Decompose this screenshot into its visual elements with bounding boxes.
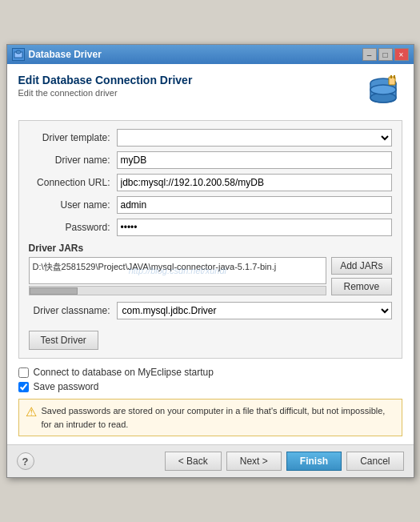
save-password-label: Save password xyxy=(34,381,99,392)
driver-template-label: Driver template: xyxy=(29,132,117,143)
finish-button[interactable]: Finish xyxy=(286,452,342,471)
page-title: Edit Database Connection Driver xyxy=(18,74,193,86)
user-name-input[interactable] xyxy=(117,196,392,214)
driver-name-input[interactable] xyxy=(117,151,392,169)
minimize-button[interactable]: – xyxy=(362,48,377,61)
header-section: Edit Database Connection Driver Edit the… xyxy=(18,74,402,112)
svg-rect-7 xyxy=(394,75,395,78)
help-button[interactable]: ? xyxy=(17,452,34,470)
connection-url-label: Connection URL: xyxy=(29,177,117,188)
classname-select[interactable]: com.mysql.jdbc.Driver xyxy=(117,302,392,319)
svg-point-4 xyxy=(370,85,396,94)
connect-startup-label: Connect to database on MyEclipse startup xyxy=(34,367,214,378)
test-driver-button[interactable]: Test Driver xyxy=(29,331,98,350)
warning-box: ⚠ Saved passwords are stored on your com… xyxy=(18,399,402,436)
svg-point-1 xyxy=(16,50,21,54)
form-section: Driver template: Driver name: Connection… xyxy=(18,120,402,359)
jars-scrollbar-thumb xyxy=(30,287,78,295)
connect-startup-checkbox[interactable] xyxy=(18,367,29,378)
window-title: Database Driver xyxy=(29,49,102,60)
save-password-checkbox[interactable] xyxy=(18,382,29,392)
jars-list-wrapper: D:\快盘2581529\Project\JAVA\mysql-connecto… xyxy=(29,257,327,295)
classname-label: Driver classname: xyxy=(29,305,117,316)
jars-container: D:\快盘2581529\Project\JAVA\mysql-connecto… xyxy=(29,257,392,295)
connection-url-row: Connection URL: xyxy=(29,174,392,191)
bottom-right: < Back Next > Finish Cancel xyxy=(165,452,404,471)
titlebar-left: Database Driver xyxy=(12,48,102,61)
user-name-row: User name: xyxy=(29,196,392,214)
jars-label: Driver JARs xyxy=(29,243,392,254)
user-name-label: User name: xyxy=(29,199,117,211)
page-subtitle: Edit the connection driver xyxy=(18,88,193,98)
cancel-button[interactable]: Cancel xyxy=(346,452,403,471)
svg-rect-6 xyxy=(390,75,392,78)
options-section: Connect to database on MyEclipse startup… xyxy=(18,367,402,436)
header-text: Edit Database Connection Driver Edit the… xyxy=(18,74,193,98)
driver-name-row: Driver name: xyxy=(29,151,392,169)
connect-startup-row: Connect to database on MyEclipse startup xyxy=(18,367,402,378)
next-button[interactable]: Next > xyxy=(226,452,282,471)
database-icon xyxy=(364,74,402,112)
driver-template-select[interactable] xyxy=(117,129,392,147)
jars-buttons: Add JARs Remove xyxy=(331,257,391,295)
back-button[interactable]: < Back xyxy=(165,452,222,471)
password-input[interactable] xyxy=(117,219,392,236)
titlebar-buttons: – □ × xyxy=(362,48,409,61)
save-password-row: Save password xyxy=(18,381,402,392)
password-label: Password: xyxy=(29,222,117,233)
remove-button[interactable]: Remove xyxy=(331,278,391,295)
main-content: Edit Database Connection Driver Edit the… xyxy=(7,64,414,444)
bottom-left: ? xyxy=(17,452,34,470)
jars-scrollbar[interactable] xyxy=(29,286,327,295)
main-window: Database Driver – □ × Edit Database Conn… xyxy=(6,44,414,478)
driver-template-row: Driver template: xyxy=(29,129,392,147)
jar-path-text: D:\快盘2581529\Project\JAVA\mysql-connecto… xyxy=(30,258,326,276)
classname-row: Driver classname: com.mysql.jdbc.Driver xyxy=(29,302,392,319)
password-row: Password: xyxy=(29,219,392,236)
add-jars-button[interactable]: Add JARs xyxy=(331,257,391,275)
jars-section: Driver JARs D:\快盘2581529\Project\JAVA\my… xyxy=(29,243,392,295)
driver-name-label: Driver name: xyxy=(29,155,117,166)
titlebar: Database Driver – □ × xyxy=(7,45,414,64)
warning-icon: ⚠ xyxy=(26,404,37,431)
window-icon xyxy=(12,48,25,61)
close-button[interactable]: × xyxy=(394,48,409,61)
jars-list-area[interactable]: D:\快盘2581529\Project\JAVA\mysql-connecto… xyxy=(29,257,327,284)
bottom-bar: ? < Back Next > Finish Cancel xyxy=(7,444,414,477)
maximize-button[interactable]: □ xyxy=(378,48,393,61)
warning-text: Saved passwords are stored on your compu… xyxy=(42,404,395,431)
connection-url-input[interactable] xyxy=(117,174,392,191)
